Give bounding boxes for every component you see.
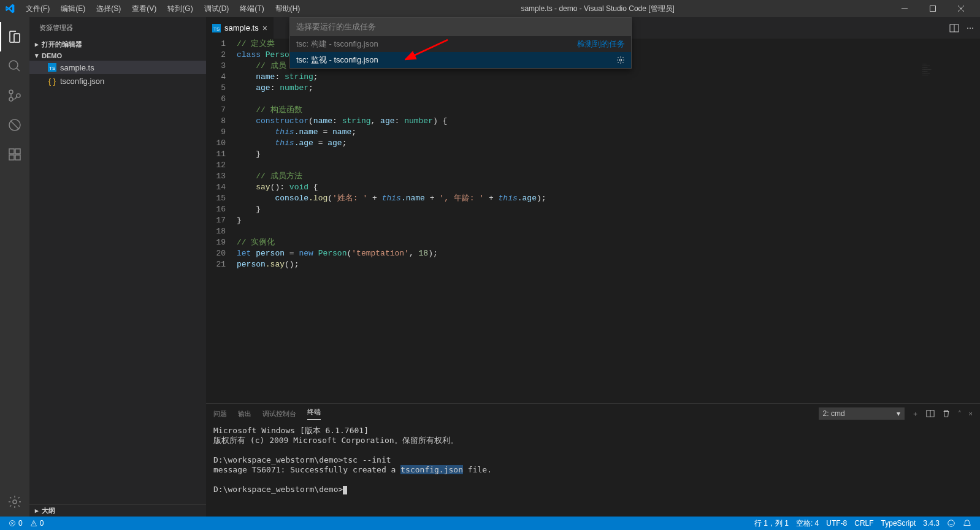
- editor-area: TS sample.ts × ⋯ 12345678910111213141516…: [206, 17, 980, 517]
- section-demo[interactable]: ▾ DEMO: [29, 50, 206, 61]
- code-content[interactable]: // 定义类 class Perso // 成员 name: string; a…: [237, 39, 980, 403]
- ts-file-icon: TS: [47, 63, 58, 72]
- file-sample-label: sample.ts: [60, 63, 94, 72]
- chevron-right-icon: ▸: [32, 40, 42, 48]
- menu-debug[interactable]: 调试(D): [199, 1, 234, 17]
- svg-point-4: [9, 61, 18, 69]
- svg-rect-14: [15, 149, 20, 154]
- quickpick-task-build[interactable]: tsc: 构建 - tsconfig.json 检测到的任务: [290, 36, 631, 52]
- quickpick-task-build-label: tsc: 构建 - tsconfig.json: [296, 39, 378, 50]
- terminal-select[interactable]: 2: cmd ▾: [819, 407, 905, 420]
- tab-close-icon[interactable]: ×: [262, 23, 267, 33]
- window-title: sample.ts - demo - Visual Studio Code [管…: [305, 4, 890, 14]
- panel-tab-problems[interactable]: 问题: [213, 409, 227, 418]
- split-editor-icon[interactable]: [949, 23, 959, 33]
- menu-terminal[interactable]: 终端(T): [235, 1, 269, 17]
- svg-line-5: [17, 68, 20, 71]
- status-encoding[interactable]: UTF-8: [822, 518, 851, 529]
- gutter: 123456789101112131415161718192021: [206, 39, 237, 403]
- maximize-button[interactable]: [919, 0, 947, 17]
- dropdown-icon: ▾: [897, 409, 900, 418]
- json-file-icon: { }: [47, 77, 58, 86]
- activity-scm[interactable]: [0, 81, 29, 110]
- panel: 问题 输出 调试控制台 终端 2: cmd ▾ ＋ ˄: [206, 403, 980, 517]
- section-outline[interactable]: ▸ 大纲: [29, 504, 206, 517]
- svg-text:TS: TS: [49, 66, 55, 71]
- status-ts-version[interactable]: 3.4.3: [919, 518, 943, 529]
- section-open-editors-label: 打开的编辑器: [42, 40, 82, 49]
- terminal-body[interactable]: Microsoft Windows [版本 6.1.7601] 版权所有 (c)…: [206, 423, 980, 517]
- section-open-editors[interactable]: ▸ 打开的编辑器: [29, 39, 206, 50]
- tab-sample-ts[interactable]: TS sample.ts ×: [206, 17, 274, 39]
- split-terminal-icon[interactable]: [926, 409, 935, 418]
- status-notifications-icon[interactable]: [959, 518, 975, 529]
- sidebar: 资源管理器 ▸ 打开的编辑器 ▾ DEMO TS sample.ts { } t…: [29, 17, 206, 517]
- tab-sample-label: sample.ts: [224, 23, 259, 32]
- activity-bar: [0, 17, 29, 517]
- svg-rect-13: [15, 155, 20, 160]
- menu-view[interactable]: 查看(V): [127, 1, 161, 17]
- status-warnings[interactable]: 0: [26, 519, 48, 528]
- quickpick: 选择要运行的生成任务 tsc: 构建 - tsconfig.json 检测到的任…: [289, 17, 632, 69]
- activity-explorer[interactable]: [0, 22, 29, 51]
- svg-rect-11: [9, 149, 14, 154]
- status-spaces[interactable]: 空格: 4: [792, 518, 822, 529]
- menu-goto[interactable]: 转到(G): [163, 1, 197, 17]
- main-menu: 文件(F) 编辑(E) 选择(S) 查看(V) 转到(G) 调试(D) 终端(T…: [21, 1, 305, 17]
- panel-maximize-icon[interactable]: ˄: [958, 410, 962, 418]
- svg-text:TS: TS: [213, 26, 220, 32]
- svg-point-24: [619, 59, 622, 61]
- panel-tab-debugconsole[interactable]: 调试控制台: [262, 409, 296, 418]
- gear-icon[interactable]: [616, 56, 625, 64]
- quickpick-detected-label: 检测到的任务: [577, 39, 625, 50]
- panel-tabs: 问题 输出 调试控制台 终端 2: cmd ▾ ＋ ˄: [206, 404, 980, 423]
- file-tsconfig-label: tsconfig.json: [60, 77, 104, 86]
- menu-file[interactable]: 文件(F): [21, 1, 55, 17]
- menu-select[interactable]: 选择(S): [91, 1, 126, 17]
- status-errors-count: 0: [18, 519, 23, 528]
- chevron-down-icon: ▾: [32, 51, 42, 59]
- section-outline-label: 大纲: [42, 506, 55, 515]
- activity-extensions[interactable]: [0, 140, 29, 169]
- menu-help[interactable]: 帮助(H): [270, 1, 305, 17]
- svg-point-30: [948, 520, 955, 527]
- sidebar-title: 资源管理器: [29, 17, 206, 39]
- menu-edit[interactable]: 编辑(E): [56, 1, 90, 17]
- svg-point-8: [17, 94, 20, 97]
- vscode-icon: [5, 4, 15, 13]
- editor-body[interactable]: 123456789101112131415161718192021 // 定义类…: [206, 39, 980, 403]
- panel-tab-terminal[interactable]: 终端: [307, 407, 321, 420]
- file-tsconfig[interactable]: { } tsconfig.json: [29, 74, 206, 88]
- kill-terminal-icon[interactable]: [942, 409, 951, 418]
- panel-tab-output[interactable]: 输出: [238, 409, 251, 418]
- minimize-button[interactable]: [890, 0, 919, 17]
- status-lang[interactable]: TypeScript: [878, 518, 920, 529]
- svg-point-7: [9, 97, 13, 101]
- more-actions-icon[interactable]: ⋯: [967, 24, 974, 32]
- quickpick-task-watch[interactable]: tsc: 监视 - tsconfig.json: [290, 52, 631, 68]
- activity-settings[interactable]: [0, 487, 29, 517]
- panel-close-icon[interactable]: ×: [969, 410, 973, 417]
- terminal-select-value: 2: cmd: [823, 409, 845, 418]
- status-errors[interactable]: 0: [5, 519, 26, 528]
- file-sample-ts[interactable]: TS sample.ts: [29, 61, 206, 74]
- activity-search[interactable]: [0, 51, 29, 81]
- status-feedback-icon[interactable]: [943, 518, 959, 529]
- activity-debug[interactable]: [0, 110, 29, 140]
- svg-line-10: [10, 121, 19, 129]
- new-terminal-icon[interactable]: ＋: [912, 409, 919, 418]
- quickpick-input[interactable]: 选择要运行的生成任务: [290, 18, 631, 36]
- close-button[interactable]: [947, 0, 975, 17]
- status-eol[interactable]: CRLF: [851, 518, 877, 529]
- status-ln-col[interactable]: 行 1，列 1: [751, 518, 792, 529]
- quickpick-task-watch-label: tsc: 监视 - tsconfig.json: [296, 55, 378, 66]
- svg-point-15: [13, 500, 17, 504]
- svg-rect-12: [9, 155, 14, 160]
- window-controls: [890, 0, 975, 17]
- chevron-right-icon: ▸: [32, 507, 42, 515]
- svg-rect-1: [930, 6, 936, 12]
- section-demo-label: DEMO: [42, 52, 62, 59]
- ts-file-icon: TS: [212, 24, 221, 32]
- titlebar: 文件(F) 编辑(E) 选择(S) 查看(V) 转到(G) 调试(D) 终端(T…: [0, 0, 980, 17]
- status-warnings-count: 0: [40, 519, 44, 528]
